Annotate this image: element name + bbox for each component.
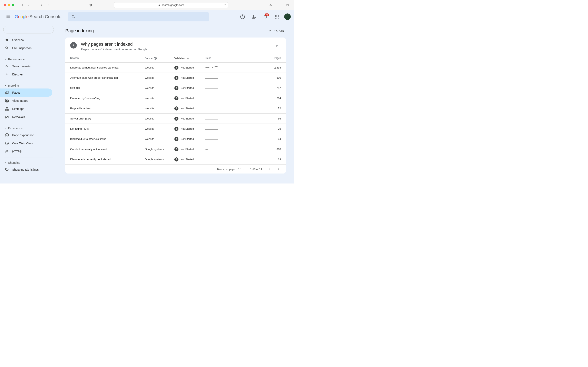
- sidebar-item-page-experience[interactable]: Page Experience: [0, 131, 52, 139]
- sidebar-section-shopping[interactable]: Shopping: [0, 159, 57, 166]
- info-icon: [70, 42, 77, 49]
- notifications-button[interactable]: 74: [261, 13, 269, 21]
- cell-source: Website: [145, 107, 174, 110]
- svg-point-13: [277, 16, 277, 17]
- next-page-button[interactable]: [276, 167, 281, 171]
- filter-button[interactable]: [273, 42, 281, 50]
- sidebar-item-removals[interactable]: Removals: [0, 113, 52, 121]
- sidebar-item-label: HTTPS: [12, 150, 22, 153]
- minimize-window-button[interactable]: [8, 4, 10, 6]
- sidebar-item-https[interactable]: HTTPS: [0, 147, 52, 156]
- sidebar-item-label: Pages: [12, 91, 20, 94]
- back-button[interactable]: [39, 2, 44, 8]
- svg-point-17: [278, 18, 279, 18]
- sidebar-item-shopping-tab[interactable]: Shopping tab listings: [0, 166, 52, 174]
- sidebar-item-discover[interactable]: Discover: [0, 70, 52, 78]
- maximize-window-button[interactable]: [12, 4, 14, 6]
- close-window-button[interactable]: [4, 4, 6, 6]
- svg-rect-30: [268, 32, 271, 32]
- cell-reason: Page with redirect: [70, 107, 145, 110]
- refresh-icon[interactable]: [224, 4, 226, 7]
- section-label: Performance: [8, 58, 25, 61]
- search-input[interactable]: [68, 12, 209, 21]
- cell-pages: 19: [229, 158, 281, 161]
- prev-page-button[interactable]: [267, 167, 272, 171]
- cell-source: Website: [145, 127, 174, 130]
- page-title: Page indexing: [65, 28, 94, 33]
- validation-text: Not Started: [181, 117, 194, 120]
- lock-icon: [5, 150, 9, 154]
- header-pages[interactable]: Pages: [229, 57, 281, 60]
- sidebar-toggle-icon[interactable]: [18, 2, 24, 8]
- cell-validation: !Not Started: [174, 96, 205, 100]
- svg-rect-19: [6, 91, 8, 94]
- apps-button[interactable]: [273, 13, 281, 21]
- export-button[interactable]: EXPORT: [268, 29, 286, 33]
- table-row[interactable]: Server error (5xx)Website!Not Started66: [65, 114, 286, 124]
- sidebar-item-core-web-vitals[interactable]: Core Web Vitals: [0, 139, 52, 147]
- sidebar-item-sitemaps[interactable]: Sitemaps: [0, 105, 52, 113]
- table-row[interactable]: Discovered - currently not indexedGoogle…: [65, 154, 286, 165]
- url-bar[interactable]: search.google.com: [114, 2, 228, 8]
- section-label: Shopping: [8, 161, 20, 164]
- cell-trend: [205, 96, 229, 100]
- header-validation[interactable]: Validation: [174, 57, 205, 60]
- table-row[interactable]: Crawled - currently not indexedGoogle sy…: [65, 144, 286, 154]
- table-row[interactable]: Page with redirectWebsite!Not Started72: [65, 103, 286, 114]
- validation-text: Not Started: [181, 97, 194, 100]
- chevron-down-icon: [4, 58, 7, 60]
- sidebar-item-url-inspection[interactable]: URL inspection: [0, 44, 52, 52]
- chevron-down-icon: [4, 161, 7, 164]
- url-text: search.google.com: [162, 3, 184, 7]
- header-trend[interactable]: Trend: [205, 57, 229, 60]
- header-reason[interactable]: Reason: [70, 57, 145, 60]
- sidebar-item-pages[interactable]: Pages: [0, 89, 52, 97]
- table-row[interactable]: Duplicate without user-selected canonica…: [65, 63, 286, 73]
- home-icon: [5, 38, 9, 42]
- help-button[interactable]: [238, 13, 247, 21]
- share-icon[interactable]: [268, 2, 273, 8]
- svg-point-12: [275, 16, 276, 17]
- users-button[interactable]: [250, 13, 258, 21]
- sidebar-section-experience[interactable]: Experience: [0, 125, 57, 131]
- validation-text: Not Started: [181, 127, 194, 130]
- cell-pages: 600: [229, 76, 281, 79]
- validation-text: Not Started: [181, 137, 194, 141]
- tag-icon: [5, 167, 9, 172]
- svg-point-9: [275, 15, 276, 16]
- menu-button[interactable]: [3, 12, 13, 22]
- chevron-down-icon: [242, 167, 245, 170]
- cell-validation: !Not Started: [174, 117, 205, 121]
- sidebar-item-label: Core Web Vitals: [12, 142, 33, 145]
- table-row[interactable]: Excluded by 'noindex' tagWebsite!Not Sta…: [65, 93, 286, 103]
- sidebar-item-overview[interactable]: Overview: [0, 36, 52, 44]
- sidebar-item-video-pages[interactable]: Video pages: [0, 97, 52, 105]
- logo[interactable]: Google Search Console: [15, 14, 61, 19]
- page-header: Page indexing EXPORT: [65, 23, 286, 38]
- chevron-down-icon: [4, 84, 7, 87]
- sidebar-item-label: Shopping tab listings: [12, 168, 39, 171]
- table-row[interactable]: Soft 404Website!Not Started257: [65, 83, 286, 93]
- tabs-icon[interactable]: [285, 2, 290, 8]
- chevron-down-icon[interactable]: [26, 2, 31, 8]
- rows-per-page-select[interactable]: 10: [238, 167, 245, 171]
- table-row[interactable]: Blocked due to other 4xx issueWebsite!No…: [65, 134, 286, 144]
- avatar[interactable]: [284, 13, 291, 20]
- cell-reason: Not found (404): [70, 127, 145, 130]
- table-row[interactable]: Not found (404)Website!Not Started25: [65, 124, 286, 134]
- cell-reason: Alternate page with proper canonical tag: [70, 76, 145, 79]
- header-source[interactable]: Source: [145, 57, 174, 60]
- cell-trend: [205, 66, 229, 70]
- shield-icon[interactable]: [88, 2, 94, 8]
- help-icon[interactable]: [154, 57, 157, 60]
- forward-button[interactable]: [46, 2, 52, 8]
- sidebar-item-search-results[interactable]: G Search results: [0, 62, 52, 70]
- new-tab-icon[interactable]: [276, 2, 282, 8]
- property-selector[interactable]: [3, 26, 54, 33]
- sidebar-section-performance[interactable]: Performance: [0, 56, 57, 62]
- status-icon: !: [174, 96, 178, 100]
- table-row[interactable]: Alternate page with proper canonical tag…: [65, 73, 286, 83]
- filter-icon: [275, 44, 279, 48]
- validation-text: Not Started: [181, 158, 194, 161]
- sidebar-section-indexing[interactable]: Indexing: [0, 82, 57, 89]
